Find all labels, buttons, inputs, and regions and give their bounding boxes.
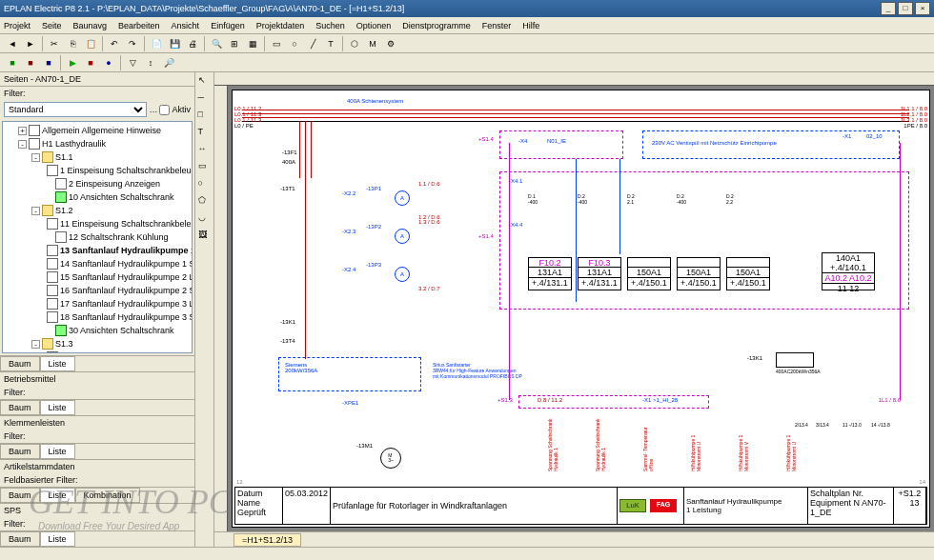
panel-tab[interactable]: Liste (40, 444, 75, 459)
close-button[interactable]: × (915, 2, 930, 15)
vt-poly-icon[interactable]: ⬠ (197, 194, 213, 210)
vt-circ-icon[interactable]: ○ (197, 177, 213, 192)
vt-text-icon[interactable]: T (197, 126, 213, 141)
menu-fenster[interactable]: Fenster (482, 21, 512, 30)
panel-tab[interactable]: Baum (0, 400, 40, 415)
sheet-tab[interactable]: =H1+S1.2/13 (234, 533, 301, 547)
panel-tab[interactable]: Kombination (75, 488, 140, 503)
vt-img-icon[interactable]: 🖼 (197, 229, 213, 244)
comp-f1-rating: 400A (282, 159, 295, 165)
term-x24: -X2.4 (342, 267, 355, 272)
tb2-rec-icon[interactable]: ● (100, 54, 117, 71)
tb2-box3-icon[interactable]: ■ (40, 54, 57, 71)
wire-pe: L0 / PE (234, 123, 254, 129)
menu-baunavg[interactable]: Baunavg (73, 21, 108, 30)
schematic-drawing[interactable]: 400A Schienensystem L0.1 / 11.2 L0.1 / 1… (232, 90, 930, 528)
tb-line-icon[interactable]: ╱ (304, 35, 321, 52)
panel-tab[interactable]: Baum (0, 488, 40, 503)
tb-layer-icon[interactable]: ▦ (244, 35, 261, 52)
tree-item[interactable]: 12 Schaltschrank Kühlung (5, 230, 190, 244)
panel-tab[interactable]: Liste (40, 400, 75, 415)
vt-wire-icon[interactable]: ─ (197, 91, 213, 107)
tb-undo-icon[interactable]: ↶ (106, 35, 123, 52)
page-tree[interactable]: +Allgemein Allgemeine Hinweise-H1 Lasthy… (2, 121, 193, 353)
vt-symbol-icon[interactable]: □ (197, 109, 213, 124)
tb2-find-icon[interactable]: 🔎 (160, 54, 177, 71)
drawing-canvas: 400A Schienensystem L0.1 / 11.2 L0.1 / 1… (214, 72, 934, 547)
menu-seite[interactable]: Seite (42, 21, 62, 30)
menu-optionen[interactable]: Optionen (356, 21, 392, 30)
pages-panel-header: Seiten - AN70-1_DE (0, 72, 194, 87)
tree-item[interactable]: -S1.3 (5, 337, 190, 350)
tab-liste[interactable]: Liste (40, 356, 75, 371)
tb2-play-icon[interactable]: ▶ (64, 54, 81, 71)
tree-item[interactable]: 11 Einspeisung Schaltschrankbeleuchtung … (5, 217, 190, 230)
tab-baum[interactable]: Baum (0, 356, 40, 371)
tree-item[interactable]: 17 Sanftanlauf Hydraulikpumpe 3 Leistung (5, 297, 190, 310)
tb-circle-icon[interactable]: ○ (286, 35, 303, 52)
menu-projektdaten[interactable]: Projektdaten (256, 21, 305, 30)
menu-hilfe[interactable]: Hilfe (522, 21, 539, 30)
menu-dienst[interactable]: Dienstprogramme (402, 21, 471, 30)
tb-symbol-icon[interactable]: ⬡ (346, 35, 363, 52)
tb-copy-icon[interactable]: ⎘ (64, 35, 81, 52)
panel-header: SPS (0, 504, 194, 517)
tb2-box-icon[interactable]: ■ (4, 54, 21, 71)
tree-item[interactable]: 10 Ansichten Schaltschrank (5, 190, 190, 204)
vertical-toolbar: ↖ ─ □ T ↔ ▭ ○ ⬠ ◡ 🖼 (195, 72, 214, 547)
comp-t1: -13T1 (280, 186, 295, 191)
maximize-button[interactable]: □ (898, 2, 913, 15)
tb2-filter-icon[interactable]: ▽ (124, 54, 141, 71)
tb2-sort-icon[interactable]: ↕ (142, 54, 159, 71)
tree-item[interactable]: -S1.2 (5, 204, 190, 217)
tb-grid-icon[interactable]: ⊞ (226, 35, 243, 52)
tree-item[interactable]: 1 Einspeisung Schaltschrankbeleuchtung (5, 164, 190, 177)
menu-projekt[interactable]: Projekt (4, 21, 30, 30)
filter-active-checkbox[interactable] (159, 105, 170, 115)
menu-suchen[interactable]: Suchen (315, 21, 345, 30)
minimize-button[interactable]: _ (881, 2, 896, 15)
logo-fag: FAG (650, 499, 677, 512)
tb-doc-icon[interactable]: 📄 (148, 35, 165, 52)
panel-tab[interactable]: Baum (0, 444, 40, 459)
tb-cut-icon[interactable]: ✂ (46, 35, 63, 52)
tb-redo-icon[interactable]: ↷ (124, 35, 141, 52)
tb-macro-icon[interactable]: M (364, 35, 381, 52)
panel-tab[interactable]: Baum (0, 531, 40, 547)
tb-prev-icon[interactable]: ◄ (4, 35, 21, 52)
tb-device-icon[interactable]: ⚙ (382, 35, 399, 52)
vt-rect-icon[interactable]: ▭ (197, 160, 213, 175)
tree-item[interactable]: 18 Sanftanlauf Hydraulikpumpe 3 Steuerun… (5, 310, 190, 324)
tree-item[interactable]: 15 Sanftanlauf Hydraulikpumpe 2 Leistung (5, 270, 190, 284)
vt-select-icon[interactable]: ↖ (197, 74, 213, 90)
tree-item[interactable]: 30 Ansichten Schaltschrank (5, 324, 190, 337)
filter-config-icon[interactable]: … (149, 105, 157, 114)
tree-item[interactable]: +Allgemein Allgemeine Hinweise (5, 124, 190, 137)
tb2-box2-icon[interactable]: ■ (22, 54, 39, 71)
vt-dim-icon[interactable]: ↔ (197, 143, 213, 158)
wb2: -X1 >1_HI_28 (642, 397, 678, 403)
tree-item[interactable]: -S1.1 (5, 150, 190, 164)
tree-item[interactable]: 16 Sanftanlauf Hydraulikpumpe 2 Steuerun… (5, 284, 190, 297)
filter-select[interactable]: Standard (4, 102, 147, 117)
tb-print-icon[interactable]: 🖨 (184, 35, 201, 52)
tb-text-icon[interactable]: T (322, 35, 339, 52)
panel-tab[interactable]: Liste (40, 488, 75, 503)
panel-tab[interactable]: Liste (40, 531, 75, 547)
tree-item[interactable]: 14 Sanftanlauf Hydraulikpumpe 1 Steuerun… (5, 257, 190, 270)
tb-save-icon[interactable]: 💾 (166, 35, 183, 52)
menu-bearbeiten[interactable]: Bearbeiten (118, 21, 160, 30)
tree-item[interactable]: -H1 Lasthydraulik (5, 137, 190, 150)
tb-paste-icon[interactable]: 📋 (82, 35, 99, 52)
tb-rect-icon[interactable]: ▭ (268, 35, 285, 52)
tree-item[interactable]: 13 Sanftanlauf Hydraulikpumpe 1 Leistung (5, 244, 190, 257)
tree-item[interactable]: 2 Einspeisung Anzeigen (5, 177, 190, 190)
tb2-stop-icon[interactable]: ■ (82, 54, 99, 71)
tb-zoom-icon[interactable]: 🔍 (208, 35, 225, 52)
menu-ansicht[interactable]: Ansicht (172, 21, 200, 30)
vt-arc-icon[interactable]: ◡ (197, 211, 213, 227)
menu-einfuegen[interactable]: Einfügen (211, 21, 245, 30)
tb-next-icon[interactable]: ► (22, 35, 39, 52)
tree-item[interactable]: 31 Einspeisung Schaltschrankbeleuchtung … (5, 350, 190, 353)
panel-header: Artikelstammdaten (0, 460, 194, 473)
